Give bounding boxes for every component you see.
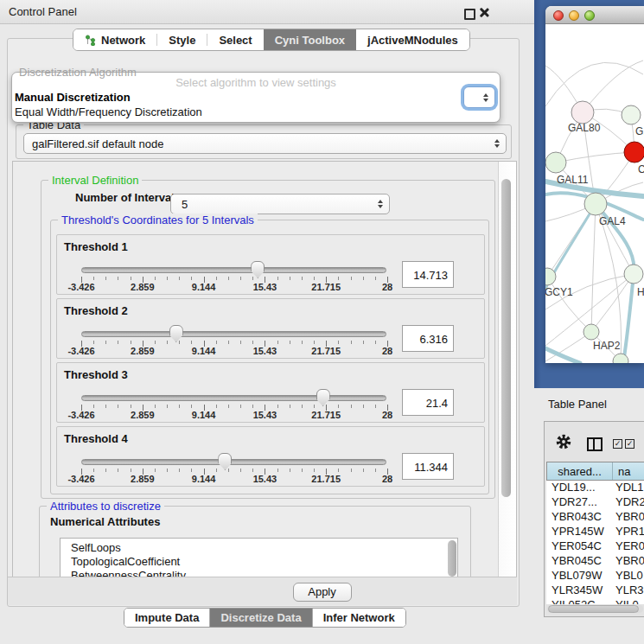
column-header-shared-name[interactable]: shared...: [547, 462, 613, 480]
network-window-titlebar[interactable]: [545, 6, 644, 24]
tick-label: 15.43: [253, 410, 277, 420]
threshold-3-slider-track[interactable]: [81, 395, 386, 401]
table-header-row: shared... na: [546, 462, 644, 481]
tab-cyni-toolbox[interactable]: Cyni Toolbox: [264, 29, 356, 50]
threshold-3-slider-thumb[interactable]: [316, 389, 330, 406]
algorithm-combo-focus-ring[interactable]: [463, 86, 495, 108]
settings-scrollbar-thumb[interactable]: [501, 179, 511, 497]
tab-network[interactable]: Network: [73, 29, 156, 50]
node-label: GCY1: [545, 286, 573, 298]
cell: YER054C: [546, 539, 615, 554]
tab-cyni-toolbox-label: Cyni Toolbox: [275, 34, 345, 47]
table-row[interactable]: YBR043CYBR0: [546, 510, 644, 525]
tick-label: 2.859: [131, 282, 155, 292]
threshold-4-slider-thumb[interactable]: [218, 453, 232, 470]
table-hscrollbar-track[interactable]: [547, 605, 643, 613]
network-node[interactable]: [583, 324, 599, 340]
algorithm-option-manual[interactable]: Manual Discretization: [15, 91, 131, 104]
attributes-group: Attributes to discretize Numerical Attri…: [39, 506, 471, 577]
column-header-name[interactable]: na: [613, 462, 644, 480]
algorithm-dropdown-popup: Select algorithm to view settings Manual…: [11, 72, 501, 123]
float-window-icon[interactable]: [464, 9, 475, 20]
tab-discretize-data[interactable]: Discretize Data: [209, 609, 311, 627]
slider-ticks: [81, 277, 389, 283]
tick-label: 9.144: [192, 346, 216, 356]
table-hscrollbar-thumb[interactable]: [548, 605, 639, 613]
network-node-selected[interactable]: [624, 142, 644, 163]
list-scrollbar[interactable]: [448, 540, 456, 577]
tab-infer-network-label: Infer Network: [323, 611, 395, 624]
close-icon[interactable]: [478, 7, 489, 18]
settings-scrollbar-track[interactable]: [498, 162, 516, 577]
cell: YPR145W: [546, 525, 615, 539]
threshold-4-slider-track[interactable]: [81, 459, 386, 465]
network-node[interactable]: [571, 101, 594, 124]
number-of-intervals-combo[interactable]: 5: [170, 194, 390, 214]
apply-button[interactable]: Apply: [293, 583, 352, 602]
tick-label: 2.859: [131, 346, 155, 356]
tick-label: 9.144: [192, 282, 216, 292]
tick-label: 15.43: [253, 346, 277, 356]
tick-label: 21.715: [311, 346, 341, 356]
number-of-intervals-value: 5: [171, 198, 188, 211]
list-item[interactable]: TopologicalCoefficient: [61, 555, 457, 569]
list-item[interactable]: SelfLoops: [61, 541, 457, 555]
cell: YIL052C: [546, 598, 615, 604]
gear-icon[interactable]: [556, 434, 571, 453]
table-row[interactable]: YER054CYER0: [546, 539, 644, 554]
network-node[interactable]: [545, 152, 566, 173]
network-canvas[interactable]: GAL80 G. C GAL11 GAL4 GCY1 H HAP2: [545, 24, 644, 363]
network-node[interactable]: [622, 105, 641, 124]
node-label: C: [638, 163, 644, 175]
tab-select-label: Select: [219, 34, 252, 47]
checkbox-icon[interactable]: ✓: [625, 439, 634, 449]
threshold-2-slider-track[interactable]: [81, 331, 386, 337]
table-row[interactable]: YIL052CYIL0: [546, 598, 644, 604]
threshold-2-slider-thumb[interactable]: [169, 325, 183, 342]
table-row[interactable]: YDR27...YDR2: [546, 495, 644, 510]
numerical-attributes-list[interactable]: SelfLoops TopologicalCoefficient Between…: [60, 538, 458, 577]
algorithm-option-equal-width[interactable]: Equal Width/Frequency Discretization: [15, 105, 202, 118]
table-row[interactable]: YBR045CYBR0: [546, 554, 644, 569]
tab-impute-data[interactable]: Impute Data: [124, 609, 209, 627]
node-label: HAP2: [593, 340, 621, 352]
tick-label: 21.715: [311, 410, 341, 420]
network-node[interactable]: [624, 265, 643, 284]
cell: YDL19...: [546, 481, 615, 495]
tab-jactivemnodules[interactable]: jActiveMNodules: [356, 29, 469, 50]
control-panel-titlebar: [0, 0, 534, 24]
cell: YBR043C: [546, 510, 615, 525]
threshold-1-slider-thumb[interactable]: [251, 261, 265, 278]
tick-label: 28: [382, 410, 392, 420]
cell: YDL1: [615, 481, 644, 495]
tick-label: 28: [382, 282, 392, 292]
minimize-traffic-light-icon[interactable]: [569, 10, 579, 21]
table-row[interactable]: YLR345WYLR3: [546, 583, 644, 598]
cell: YIL0: [615, 598, 639, 604]
table-row[interactable]: YDL19...YDL1: [546, 481, 644, 495]
threshold-1-value-field[interactable]: 14.713: [402, 261, 454, 288]
table-row[interactable]: YPR145WYPR1: [546, 525, 644, 539]
network-node[interactable]: [584, 193, 607, 215]
threshold-4-value-field[interactable]: 11.344: [402, 453, 454, 480]
slider-ticks: [81, 405, 389, 411]
tab-style[interactable]: Style: [157, 29, 207, 50]
table-row[interactable]: YBL079WYBL0: [546, 569, 644, 583]
column-view-icon[interactable]: [587, 437, 603, 451]
close-traffic-light-icon[interactable]: [553, 10, 564, 21]
tab-select[interactable]: Select: [207, 29, 263, 50]
node-label: G.: [635, 125, 644, 137]
checkbox-icon[interactable]: ✓: [613, 439, 622, 449]
cell: YBR0: [615, 510, 644, 525]
zoom-traffic-light-icon[interactable]: [584, 10, 595, 21]
number-of-intervals-label: Number of Intervals: [75, 191, 181, 204]
tick-label: -3.426: [67, 474, 94, 484]
threshold-3-value-field[interactable]: 21.4: [402, 389, 454, 416]
apply-bar: [8, 577, 517, 605]
table-data-combo[interactable]: galFiltered.sif default node: [23, 133, 507, 154]
threshold-2-value-field[interactable]: 6.316: [402, 325, 454, 352]
panel-title: Control Panel: [9, 5, 77, 18]
tab-infer-network[interactable]: Infer Network: [312, 609, 405, 627]
combo-spinner-icon: [483, 93, 488, 102]
threshold-1-slider-track[interactable]: [81, 267, 386, 273]
